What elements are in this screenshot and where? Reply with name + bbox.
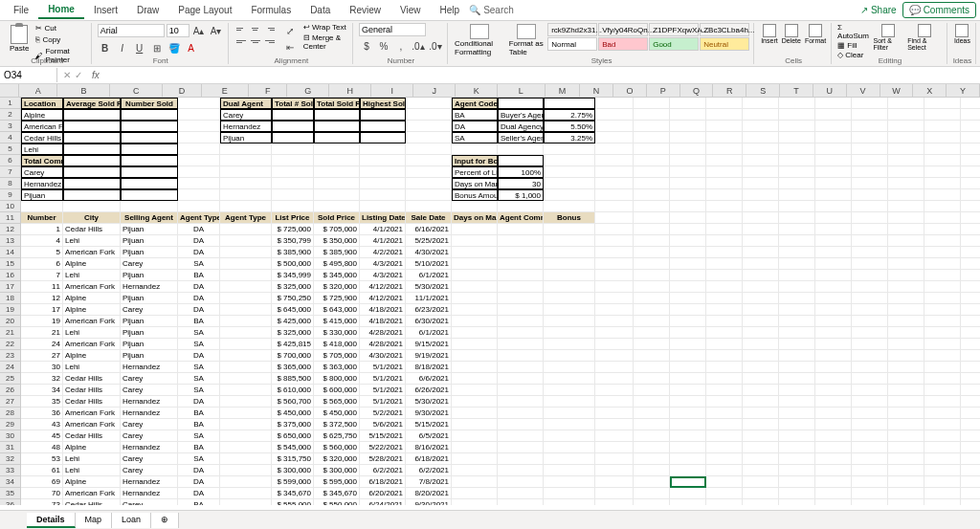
cell-C34[interactable]: Hernandez — [121, 476, 178, 488]
bold-button[interactable]: B — [98, 40, 113, 55]
cell-K2[interactable]: Buyer's Agent — [498, 109, 544, 121]
cell-G10[interactable] — [314, 201, 360, 212]
cell-N18[interactable] — [634, 293, 670, 304]
cell-A28[interactable]: 36 — [21, 408, 63, 419]
cell-J23[interactable] — [452, 350, 498, 362]
font-color-button[interactable]: A — [184, 40, 199, 55]
autosum-button[interactable]: Σ AutoSum — [837, 23, 870, 40]
cell-A26[interactable]: 34 — [21, 385, 63, 396]
cell-G5[interactable] — [314, 143, 360, 155]
cell-A13[interactable]: 4 — [21, 235, 63, 247]
cell-H30[interactable]: 5/15/2021 — [360, 430, 406, 442]
tab-data[interactable]: Data — [301, 2, 340, 18]
cell-C15[interactable]: Carey — [121, 258, 178, 270]
cell-B19[interactable]: Alpine — [63, 304, 121, 316]
cell-N3[interactable] — [634, 121, 670, 132]
cell-R24[interactable] — [779, 362, 815, 373]
cell-K17[interactable] — [498, 281, 544, 293]
cell-P12[interactable] — [706, 224, 743, 235]
cell-J3[interactable]: DA — [452, 121, 498, 132]
cell-N19[interactable] — [634, 304, 670, 316]
cell-O30[interactable] — [670, 430, 706, 442]
cell-T16[interactable] — [852, 270, 888, 281]
accept-formula[interactable]: ✓ — [75, 70, 82, 80]
cell-N30[interactable] — [634, 430, 670, 442]
cell-U7[interactable] — [888, 166, 924, 178]
cell-F20[interactable]: $ 425,000 — [272, 316, 314, 327]
cell-E32[interactable] — [220, 453, 272, 465]
cell-K4[interactable]: Seller's Agent — [498, 132, 544, 143]
cell-S17[interactable] — [815, 281, 852, 293]
cell-V11[interactable] — [924, 212, 961, 224]
cell-S9[interactable] — [815, 189, 852, 201]
cell-B15[interactable]: Alpine — [63, 258, 121, 270]
cell-F35[interactable]: $ 345,670 — [272, 488, 314, 499]
cell-P3[interactable] — [706, 121, 743, 132]
cell-T15[interactable] — [852, 258, 888, 270]
cell-V5[interactable] — [924, 143, 961, 155]
cell-D4[interactable] — [178, 132, 220, 143]
cell-W20[interactable] — [961, 316, 980, 327]
cell-P34[interactable] — [706, 476, 743, 488]
cell-O15[interactable] — [670, 258, 706, 270]
cell-Q2[interactable] — [743, 109, 779, 121]
cell-I8[interactable] — [406, 178, 452, 189]
cell-N1[interactable] — [634, 98, 670, 109]
cell-R11[interactable] — [779, 212, 815, 224]
new-sheet-button[interactable]: ⊕ — [151, 513, 179, 528]
cell-M30[interactable] — [595, 430, 634, 442]
cell-L1[interactable] — [544, 98, 595, 109]
cell-A24[interactable]: 30 — [21, 362, 63, 373]
cell-E25[interactable] — [220, 373, 272, 385]
cell-P18[interactable] — [706, 293, 743, 304]
cell-M23[interactable] — [595, 350, 634, 362]
comments-button[interactable]: 💬Comments — [902, 2, 976, 18]
cell-T6[interactable] — [852, 155, 888, 166]
cell-V21[interactable] — [924, 327, 961, 339]
cell-O31[interactable] — [670, 442, 706, 453]
cell-H10[interactable] — [360, 201, 406, 212]
cell-U29[interactable] — [888, 419, 924, 430]
cell-E26[interactable] — [220, 385, 272, 396]
cell-M3[interactable] — [595, 121, 634, 132]
cell-A21[interactable]: 21 — [21, 327, 63, 339]
comma-button[interactable]: , — [393, 38, 409, 54]
cell-P21[interactable] — [706, 327, 743, 339]
cell-B5[interactable] — [63, 143, 121, 155]
cell-G31[interactable]: $ 560,000 — [314, 442, 360, 453]
cell-L5[interactable] — [544, 143, 595, 155]
cell-T10[interactable] — [852, 201, 888, 212]
orientation-button[interactable]: ⤢ — [282, 23, 298, 38]
cell-L10[interactable] — [544, 201, 595, 212]
cell-P13[interactable] — [706, 235, 743, 247]
tab-file[interactable]: File — [4, 2, 38, 18]
cell-J10[interactable] — [452, 201, 498, 212]
cell-H32[interactable]: 5/28/2021 — [360, 453, 406, 465]
cell-U34[interactable] — [888, 476, 924, 488]
cell-D22[interactable]: SA — [178, 339, 220, 350]
cell-D15[interactable]: SA — [178, 258, 220, 270]
cell-V12[interactable] — [924, 224, 961, 235]
cell-L26[interactable] — [544, 385, 595, 396]
col-header-M[interactable]: M — [546, 84, 581, 98]
cell-F27[interactable]: $ 560,700 — [272, 396, 314, 408]
cell-F17[interactable]: $ 325,000 — [272, 281, 314, 293]
cell-W26[interactable] — [961, 385, 980, 396]
cell-N5[interactable] — [634, 143, 670, 155]
cell-D29[interactable]: BA — [178, 419, 220, 430]
cell-V15[interactable] — [924, 258, 961, 270]
cell-T26[interactable] — [852, 385, 888, 396]
cell-J20[interactable] — [452, 316, 498, 327]
cell-F5[interactable] — [272, 143, 314, 155]
cell-Q31[interactable] — [743, 442, 779, 453]
cell-M21[interactable] — [595, 327, 634, 339]
row-header-7[interactable]: 7 — [0, 166, 21, 178]
cell-J12[interactable] — [452, 224, 498, 235]
cell-U33[interactable] — [888, 465, 924, 476]
cell-O17[interactable] — [670, 281, 706, 293]
cell-O27[interactable] — [670, 396, 706, 408]
cell-M32[interactable] — [595, 453, 634, 465]
cell-F30[interactable]: $ 650,000 — [272, 430, 314, 442]
cell-V28[interactable] — [924, 408, 961, 419]
row-header-25[interactable]: 25 — [0, 373, 21, 385]
